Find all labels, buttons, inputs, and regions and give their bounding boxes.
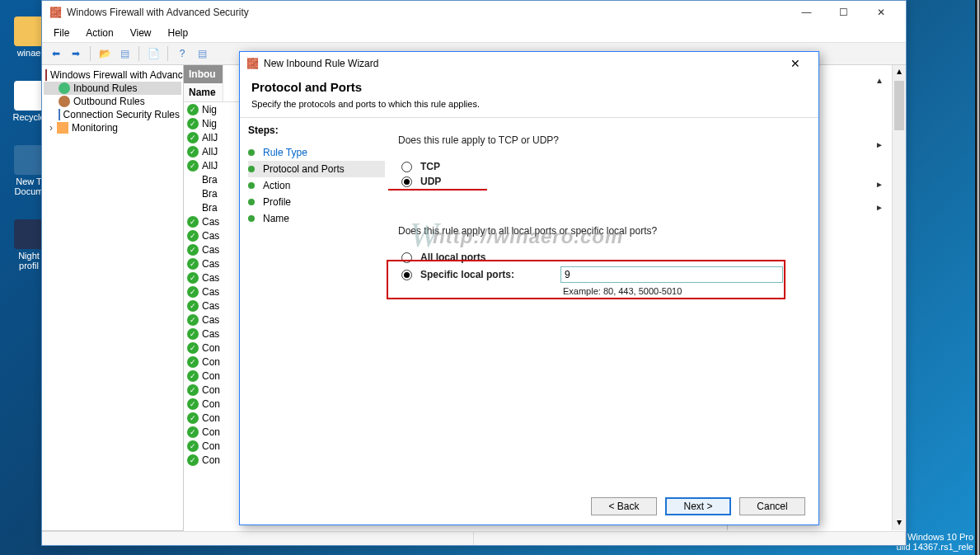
separator	[167, 46, 168, 61]
cancel-button[interactable]: Cancel	[739, 497, 805, 515]
wizard-step[interactable]: Name	[248, 210, 385, 227]
step-dot-icon	[248, 199, 255, 205]
rule-name: Con	[202, 370, 220, 382]
rule-name: Cas	[202, 272, 219, 284]
enabled-icon: ✓	[187, 398, 199, 410]
radio-udp[interactable]: UDP	[401, 176, 799, 187]
tree-connection-security[interactable]: Connection Security Rules	[44, 108, 181, 121]
details-icon[interactable]: ▤	[115, 45, 134, 63]
wizard-close-button[interactable]: ✕	[779, 54, 812, 73]
enabled-icon: ✓	[187, 412, 199, 424]
taskbar-edge	[975, 0, 980, 555]
step-label: Action	[263, 180, 290, 191]
rule-name: Con	[202, 440, 220, 452]
enabled-icon: ✓	[187, 104, 199, 115]
rule-name: Cas	[202, 230, 219, 242]
help-icon[interactable]: ?	[173, 45, 191, 63]
wizard-header: Protocol and Ports Specify the protocols…	[240, 75, 818, 117]
wizard-step[interactable]: Rule Type	[248, 144, 385, 161]
scroll-thumb[interactable]	[894, 81, 904, 130]
tree-outbound-rules[interactable]: Outbound Rules	[44, 95, 181, 108]
radio-icon	[401, 176, 412, 187]
menubar: File Action View Help	[42, 24, 906, 42]
menu-file[interactable]: File	[45, 26, 77, 40]
back-button[interactable]: < Back	[591, 497, 657, 515]
step-label: Name	[263, 213, 289, 224]
step-dot-icon	[248, 149, 255, 156]
wizard-footer: < Back Next > Cancel	[240, 488, 818, 524]
back-button[interactable]: ⬅	[47, 45, 65, 63]
menu-action[interactable]: Action	[77, 26, 121, 40]
chevron-right-icon: ►	[875, 203, 884, 212]
rule-name: Con	[202, 398, 220, 410]
enabled-icon: ✓	[187, 370, 199, 382]
vertical-scrollbar[interactable]: ▴ ▾	[892, 65, 906, 530]
wizard-heading: Protocol and Ports	[251, 80, 807, 94]
rule-name: Cas	[202, 328, 219, 340]
rule-name: Cas	[202, 300, 219, 312]
wizard-titlebar[interactable]: 🧱 New Inbound Rule Wizard ✕	[240, 52, 818, 75]
tree-root[interactable]: Windows Firewall with Advance	[44, 68, 181, 82]
wizard-title: New Inbound Rule Wizard	[264, 58, 779, 69]
enabled-icon: ✓	[187, 342, 199, 354]
close-button[interactable]: ✕	[862, 2, 899, 22]
security-icon	[59, 109, 60, 120]
expand-icon[interactable]: ›	[45, 122, 57, 134]
rule-name: Nig	[202, 118, 217, 129]
scroll-down-icon[interactable]: ▾	[893, 516, 906, 530]
enabled-icon: ✓	[187, 244, 199, 256]
tree-monitoring[interactable]: ›Monitoring	[44, 121, 181, 134]
enabled-icon: ✓	[187, 454, 199, 466]
watermark-text: http://winaero.com	[433, 225, 623, 248]
step-label: Rule Type	[263, 147, 307, 158]
new-rule-icon[interactable]: 📄	[144, 45, 162, 63]
rule-name: Con	[202, 412, 220, 424]
rule-name: Bra	[202, 174, 218, 186]
minimize-button[interactable]: —	[788, 2, 825, 22]
wizard-panel: Does this rule apply to TCP or UDP? TCP …	[393, 118, 818, 488]
rule-name: Con	[202, 342, 220, 354]
enabled-icon: ✓	[187, 314, 199, 326]
shield-icon	[45, 69, 47, 81]
rule-name: AllJ	[202, 132, 218, 143]
tree-inbound-rules[interactable]: Inbound Rules	[44, 82, 181, 95]
enabled-icon: ✓	[187, 216, 199, 228]
highlight-box	[387, 260, 785, 299]
menu-view[interactable]: View	[122, 26, 160, 40]
chevron-right-icon: ►	[875, 180, 884, 189]
wizard-step[interactable]: Profile	[248, 194, 385, 210]
rule-name: AllJ	[202, 160, 218, 172]
separator	[138, 46, 139, 61]
maximize-button[interactable]: ☐	[825, 2, 862, 22]
wizard-step[interactable]: Protocol and Ports	[248, 161, 385, 177]
question-protocol: Does this rule apply to TCP or UDP?	[398, 134, 799, 146]
steps-label: Steps:	[248, 125, 385, 136]
outbound-icon	[59, 96, 70, 107]
scroll-up-icon[interactable]: ▴	[893, 65, 906, 79]
menu-help[interactable]: Help	[160, 26, 197, 40]
titlebar[interactable]: 🧱 Windows Firewall with Advanced Securit…	[42, 1, 906, 24]
window-title: Windows Firewall with Advanced Security	[67, 7, 788, 18]
enabled-icon: ✓	[187, 286, 199, 298]
tree-pane[interactable]: Windows Firewall with Advance Inbound Ru…	[42, 65, 184, 530]
up-folder-icon[interactable]: 📂	[96, 45, 114, 63]
rule-name: Cas	[202, 244, 219, 256]
forward-button[interactable]: ➡	[67, 45, 85, 63]
rule-name: Con	[202, 454, 220, 466]
wizard-subheading: Specify the protocols and ports to which…	[251, 99, 807, 109]
wizard-steps: Steps: Rule TypeProtocol and PortsAction…	[240, 118, 393, 488]
rule-name: Con	[202, 426, 220, 438]
options-icon[interactable]: ▤	[193, 45, 211, 63]
separator	[90, 46, 91, 61]
radio-tcp[interactable]: TCP	[401, 161, 799, 172]
enabled-icon: ✓	[187, 356, 199, 368]
enabled-icon: ✓	[187, 160, 199, 172]
new-inbound-rule-wizard: 🧱 New Inbound Rule Wizard ✕ Protocol and…	[239, 51, 819, 525]
rule-name: AllJ	[202, 146, 218, 158]
up-arrow-icon: ▲	[875, 76, 884, 85]
next-button[interactable]: Next >	[665, 497, 731, 515]
wizard-step[interactable]: Action	[248, 177, 385, 194]
rule-name: Bra	[202, 202, 218, 214]
column-name[interactable]: Name	[184, 83, 223, 101]
wizard-icon: 🧱	[246, 58, 259, 69]
